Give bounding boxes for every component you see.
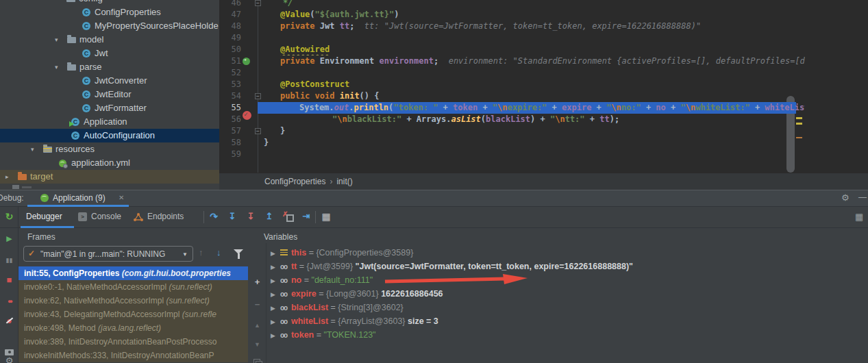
tab-application[interactable]: Application (9) ✕ bbox=[27, 190, 137, 207]
frame-row[interactable]: init:55, ConfigProperties (com.git.hui.b… bbox=[18, 266, 248, 280]
code-line-48[interactable]: private Jwt tt; tt: "Jwt(source=JwtForma… bbox=[264, 21, 805, 32]
expand-icon[interactable]: ▶ bbox=[271, 264, 280, 271]
restore-layout-icon[interactable]: ▦ bbox=[855, 212, 863, 222]
frame-row[interactable]: invokeInitMethods:333, InitDestroyAnnota… bbox=[18, 349, 248, 362]
code-line-47[interactable]: @Value("${auth.jwt.tt}") bbox=[264, 9, 805, 21]
next-frame-icon[interactable]: ↓ bbox=[216, 247, 221, 258]
run-to-cursor-icon[interactable] bbox=[301, 211, 312, 222]
code-line-46[interactable]: */ bbox=[264, 0, 805, 9]
step-out-icon[interactable] bbox=[264, 211, 275, 222]
equals-sign: = bbox=[328, 316, 338, 326]
step-over-icon[interactable] bbox=[208, 211, 219, 222]
code-line-53[interactable]: @PostConstruct bbox=[264, 79, 805, 90]
code-line-57[interactable]: } bbox=[264, 125, 805, 137]
code-line-52[interactable] bbox=[264, 67, 805, 79]
expand-icon[interactable]: ▶ bbox=[271, 277, 280, 284]
tree-item-Application[interactable]: Application bbox=[0, 115, 219, 129]
frame-row[interactable]: invoke0:-1, NativeMethodAccessorImpl (su… bbox=[18, 280, 248, 294]
fold-marker-icon[interactable]: − bbox=[255, 128, 261, 134]
tab-application-title: Application (9) bbox=[53, 193, 106, 203]
frame-row[interactable]: invoke:389, InitDestroyAnnotationBeanPos… bbox=[18, 335, 248, 349]
move-down-icon[interactable] bbox=[251, 338, 263, 349]
code-line-54[interactable]: public void init() { bbox=[264, 90, 805, 102]
variable-row-tt[interactable]: ▶oott = {Jwt@3599} "Jwt(source=JwtFormat… bbox=[271, 260, 633, 273]
tree-item-config[interactable]: config bbox=[0, 0, 219, 5]
code-line-55[interactable]: System.out.println("token: " + token + "… bbox=[264, 102, 805, 114]
gear-icon[interactable]: ⚙ bbox=[841, 192, 850, 203]
remove-watch-icon[interactable]: − bbox=[251, 299, 263, 310]
variable-row-token[interactable]: ▶ootoken = "TOKEN.123" bbox=[271, 328, 376, 342]
rerun-icon[interactable] bbox=[3, 210, 15, 222]
frame-row[interactable]: invoke:43, DelegatingMethodAccessorImpl … bbox=[18, 308, 248, 321]
fold-marker-icon[interactable]: − bbox=[255, 93, 261, 99]
code-editor[interactable]: 46−*/47@Value("${auth.jwt.tt}")48private… bbox=[219, 0, 868, 173]
mute-breakpoints-icon[interactable] bbox=[3, 314, 15, 326]
frame-row[interactable]: invoke:62, NativeMethodAccessorImpl (sun… bbox=[18, 294, 248, 308]
tree-item-target[interactable]: ▸target bbox=[0, 170, 219, 184]
resfolder-icon bbox=[43, 147, 52, 153]
view-options-icon[interactable] bbox=[340, 211, 351, 222]
frame-row[interactable]: invoke:498, Method (java.lang.reflect) bbox=[18, 321, 248, 335]
new-watch-icon[interactable]: + bbox=[251, 277, 263, 288]
previous-frame-icon[interactable]: ↑ bbox=[199, 247, 203, 258]
step-into-icon[interactable] bbox=[227, 211, 238, 222]
variable-row-no[interactable]: ▶oono = "default_no:111" bbox=[271, 273, 373, 287]
code-line-59[interactable] bbox=[264, 149, 805, 160]
tree-item-resources[interactable]: ▾resources bbox=[0, 142, 219, 156]
tab-debugger[interactable]: Debugger bbox=[26, 212, 62, 221]
tree-item-JwtFormatter[interactable]: JwtFormatter bbox=[0, 101, 219, 115]
tree-expanded-icon[interactable]: ▾ bbox=[31, 142, 34, 156]
code-line-56[interactable]: "\nblackList:" + Arrays.asList(blackList… bbox=[264, 114, 805, 125]
variable-row-this[interactable]: ▶this = {ConfigProperties@3589} bbox=[271, 246, 413, 260]
tree-item-Jwt[interactable]: Jwt bbox=[0, 47, 219, 60]
tree-expanded-icon[interactable]: ▾ bbox=[55, 60, 58, 74]
variable-row-whiteList[interactable]: ▶oowhiteList = {ArrayList@3603} size = 3 bbox=[271, 314, 438, 328]
tree-item-parse[interactable]: ▾parse bbox=[0, 60, 219, 74]
drop-frame-icon[interactable] bbox=[282, 211, 293, 222]
view-breakpoints-icon[interactable] bbox=[3, 294, 15, 305]
tree-expanded-icon[interactable]: ▾ bbox=[55, 33, 58, 47]
expand-icon[interactable]: ▶ bbox=[271, 332, 280, 339]
pause-icon[interactable] bbox=[3, 253, 15, 264]
variable-name: whiteList bbox=[291, 316, 328, 326]
hide-icon[interactable]: — bbox=[858, 192, 867, 202]
stop-icon[interactable] bbox=[3, 273, 15, 285]
move-up-icon[interactable] bbox=[251, 319, 263, 330]
tree-item-JwtConverter[interactable]: JwtConverter bbox=[0, 74, 219, 88]
variables-toolbar: + − bbox=[248, 243, 266, 363]
variable-row-blackList[interactable]: ▶ooblackList = {String[3]@3602} bbox=[271, 301, 404, 314]
hide-library-frames-icon[interactable] bbox=[234, 249, 243, 254]
tab-endpoints[interactable]: Endpoints bbox=[147, 212, 184, 221]
project-tree-panel: configConfigPropertiesMyPropertySourcesP… bbox=[0, 0, 219, 190]
tree-item-application.yml[interactable]: application.yml bbox=[0, 156, 219, 170]
code-line-50[interactable]: @Autowired bbox=[264, 44, 805, 55]
breakpoint-verified-icon[interactable] bbox=[243, 111, 251, 120]
breadcrumb-method[interactable]: init() bbox=[336, 177, 352, 186]
code-line-51[interactable]: private Environment environment; environ… bbox=[264, 55, 805, 67]
breadcrumb-class[interactable]: ConfigProperties bbox=[219, 177, 325, 186]
code-line-58[interactable]: } bbox=[264, 137, 805, 149]
close-icon[interactable]: ✕ bbox=[119, 194, 124, 201]
fold-marker-icon[interactable]: − bbox=[255, 0, 261, 6]
force-step-into-icon[interactable] bbox=[245, 211, 256, 222]
tree-item-ConfigProperties[interactable]: ConfigProperties bbox=[0, 5, 219, 19]
expand-icon[interactable]: ▶ bbox=[271, 250, 280, 257]
tree-collapsed-icon[interactable]: ▸ bbox=[5, 170, 9, 184]
spring-bean-icon[interactable] bbox=[243, 58, 250, 65]
resume-icon[interactable] bbox=[3, 231, 15, 243]
tree-item-MyPropertySourcesPlaceHolde[interactable]: MyPropertySourcesPlaceHolde bbox=[0, 19, 219, 33]
thread-selector[interactable]: ✓ "main"@1 in gr...main": RUNNING ▼ bbox=[23, 246, 193, 262]
tree-item-JwtEditor[interactable]: JwtEditor bbox=[0, 88, 219, 101]
tab-console[interactable]: Console bbox=[91, 212, 121, 221]
variable-row-expire[interactable]: ▶ooexpire = {Long@3601} 1622616886456 bbox=[271, 287, 443, 301]
settings-icon[interactable] bbox=[3, 354, 15, 363]
tree-item-model[interactable]: ▾model bbox=[0, 33, 219, 47]
variable-name: token bbox=[291, 330, 314, 340]
expand-icon[interactable]: ▶ bbox=[271, 305, 280, 312]
expand-icon[interactable]: ▶ bbox=[271, 291, 280, 298]
tree-item-AutoConfiguration[interactable]: AutoConfiguration bbox=[0, 129, 219, 142]
layout-menu-icon[interactable] bbox=[187, 211, 198, 222]
evaluate-expression-icon[interactable] bbox=[321, 211, 332, 222]
code-line-49[interactable] bbox=[264, 32, 805, 44]
expand-icon[interactable]: ▶ bbox=[271, 318, 280, 325]
